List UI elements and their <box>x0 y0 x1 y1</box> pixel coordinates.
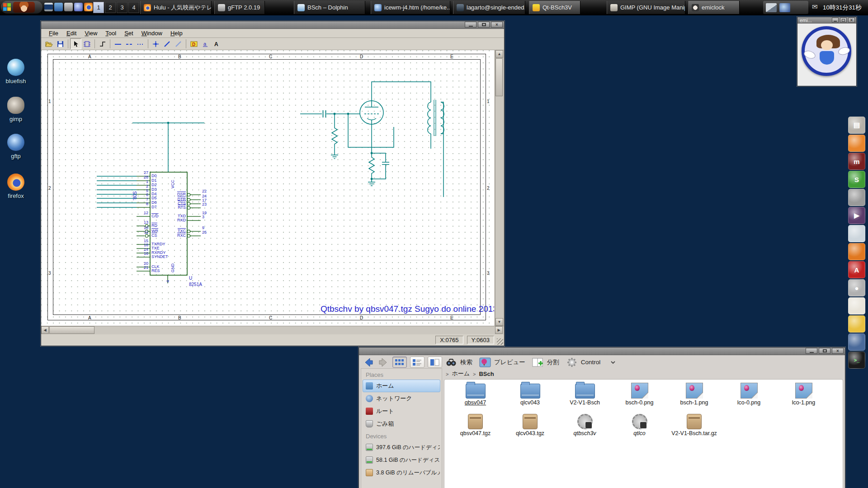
component-icon[interactable] <box>81 38 93 49</box>
preview-icon[interactable] <box>479 357 491 368</box>
maximize-button[interactable] <box>478 22 490 28</box>
green-s-icon[interactable]: S <box>848 171 865 188</box>
firefox-icon[interactable] <box>84 3 93 11</box>
desktop-icon-gimp[interactable]: gimp <box>0 97 32 122</box>
sidebar-item-network-globe-icon[interactable]: ネットワーク <box>363 392 440 405</box>
dotted-line-icon[interactable] <box>135 38 146 49</box>
orange-bird-icon[interactable] <box>848 243 865 260</box>
back-button[interactable] <box>363 357 374 368</box>
device-text-icon[interactable]: D <box>188 38 199 49</box>
maximize-button[interactable] <box>819 348 830 354</box>
junction-icon[interactable] <box>150 38 161 49</box>
workspace-button-4[interactable]: 4 <box>128 2 139 13</box>
file-view[interactable]: qbsv047qlcv043V2-V1-Bschbsch-0.pngbsch-1… <box>444 379 843 488</box>
wire-tool-icon[interactable] <box>97 38 108 49</box>
details-view-button[interactable] <box>410 357 425 368</box>
terminal-icon[interactable]: >_ <box>848 352 865 369</box>
close-button[interactable]: × <box>832 348 844 354</box>
split-label[interactable]: 分割 <box>547 358 559 366</box>
bus-line2-icon[interactable] <box>173 38 184 49</box>
window-manager-icon[interactable] <box>54 3 63 11</box>
horizontal-scroll-thumb[interactable] <box>49 326 94 334</box>
sidebar-device[interactable]: 3.8 GiB のリムーバブルメディア <box>363 466 440 479</box>
task-button-4[interactable]: icewm-j4.htm (/home/ke... <box>371 1 450 14</box>
file-item-V2-V1-Bsch[interactable]: V2-V1-Bsch <box>557 380 612 406</box>
file-item-lco-0.png[interactable]: lco-0.png <box>722 380 776 406</box>
file-item-qlcv043[interactable]: qlcv043 <box>503 380 557 406</box>
close-button[interactable]: × <box>491 22 503 28</box>
minimize-button[interactable] <box>832 18 839 23</box>
file-cabinet-icon[interactable]: ▤ <box>848 117 865 134</box>
globe-icon[interactable] <box>74 3 83 11</box>
firefox-icon[interactable] <box>848 135 865 152</box>
display-icon[interactable] <box>44 3 53 11</box>
mplayer-icon[interactable]: m <box>848 153 865 170</box>
menu-help[interactable]: Help <box>166 30 187 37</box>
network-tray-icon[interactable] <box>779 3 790 12</box>
workspace-button-1[interactable]: 1 <box>93 2 104 13</box>
task-button-5[interactable]: lagarto@single-ended.co... <box>453 1 525 14</box>
solid-line-icon[interactable] <box>112 38 123 49</box>
file-item-bsch-0.png[interactable]: bsch-0.png <box>612 380 667 406</box>
scroll-right-icon[interactable]: ▶ <box>495 326 503 334</box>
scroll-up-icon[interactable]: ▲ <box>495 50 503 58</box>
search-icon[interactable] <box>445 357 457 368</box>
emiclock-titlebar[interactable]: emi... × <box>797 17 856 23</box>
package-icon[interactable] <box>64 3 73 11</box>
task-button-3[interactable]: BSch – Dolphin <box>294 1 365 14</box>
forward-button[interactable] <box>377 357 389 368</box>
blue-device-icon[interactable] <box>848 333 865 351</box>
desktop-icon-bluefish[interactable]: bluefish <box>0 59 32 84</box>
video-player-icon[interactable]: ▶ <box>848 207 865 224</box>
dashed-line-icon[interactable] <box>123 38 135 49</box>
scroll-down-icon[interactable]: ▼ <box>495 318 503 326</box>
pill-icon[interactable] <box>848 297 865 314</box>
workspace-button-2[interactable]: 2 <box>105 2 116 13</box>
file-item-qbsv047.tgz[interactable]: qbsv047.tgz <box>448 411 503 436</box>
label-small-icon[interactable]: a <box>199 38 211 49</box>
breadcrumb-home[interactable]: ホーム <box>452 370 470 378</box>
minimize-button[interactable] <box>806 348 817 354</box>
horizontal-scrollbar[interactable]: ◀ ▶ <box>41 326 504 334</box>
menu-set[interactable]: Set <box>120 30 137 37</box>
dolphin-titlebar[interactable]: × <box>359 347 845 355</box>
gear-icon[interactable] <box>566 357 578 368</box>
task-button-1[interactable]: Hulu - 人気映画やテレビ... <box>140 1 212 14</box>
vertical-scroll-thumb[interactable] <box>495 58 503 96</box>
file-item-qlcv043.tgz[interactable]: qlcv043.tgz <box>503 411 557 436</box>
gray-disc-icon[interactable]: ● <box>848 279 865 296</box>
menu-file[interactable]: File <box>45 30 62 37</box>
control-label[interactable]: Control <box>581 359 601 366</box>
menu-edit[interactable]: Edit <box>62 30 80 37</box>
emiclock-face[interactable] <box>802 26 851 76</box>
maximize-button[interactable] <box>840 18 847 23</box>
scroll-left-icon[interactable]: ◀ <box>41 326 49 334</box>
menu-window[interactable]: Window <box>137 30 166 37</box>
desktop-icon-firefox[interactable]: firefox <box>0 174 32 199</box>
desktop-icon-gftp[interactable]: gftp <box>0 134 32 160</box>
search-label[interactable]: 検索 <box>460 358 472 366</box>
open-file-icon[interactable] <box>43 38 55 49</box>
split-icon[interactable] <box>532 357 544 368</box>
sidebar-item-root-folder-icon[interactable]: ルート <box>363 405 440 418</box>
envelope-icon[interactable] <box>812 3 818 11</box>
save-file-icon[interactable] <box>55 38 66 49</box>
schematic-canvas[interactable]: D027D128D21D32D45D56D67D78C/D12RD13WR10C… <box>41 50 494 326</box>
file-item-qbsv047[interactable]: qbsv047 <box>448 380 503 406</box>
breadcrumb-folder[interactable]: BSch <box>479 371 494 377</box>
icons-view-button[interactable] <box>392 357 407 368</box>
task-button-6[interactable]: Qt-BSch3V <box>529 1 580 14</box>
workspace-button-3[interactable]: 3 <box>117 2 127 13</box>
menu-view[interactable]: View <box>80 30 101 37</box>
close-button[interactable]: × <box>848 18 855 23</box>
preview-label[interactable]: プレビュー <box>494 358 525 366</box>
vertical-scrollbar[interactable]: ▲ ▼ <box>495 50 503 326</box>
label-large-icon[interactable]: A <box>211 38 222 49</box>
gray-globe-icon[interactable] <box>848 189 865 206</box>
red-a-icon[interactable]: A <box>848 261 865 278</box>
bus-line-icon[interactable] <box>161 38 173 49</box>
sidebar-device[interactable]: 397.6 GiB のハードディスク <box>363 441 440 454</box>
task-button-2[interactable]: gFTP 2.0.19 <box>214 1 265 14</box>
file-item-lco-1.png[interactable]: lco-1.png <box>776 380 831 406</box>
file-item-V2-V1-Bsch.tar.gz[interactable]: V2-V1-Bsch.tar.gz <box>667 411 722 436</box>
